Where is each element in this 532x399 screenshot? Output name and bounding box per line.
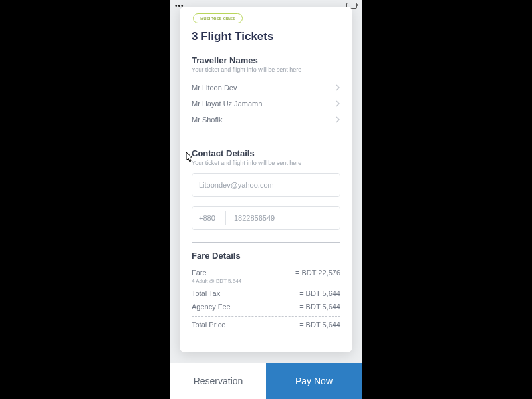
- chevron-right-icon: [335, 116, 340, 123]
- fare-value: = BDT 5,644: [299, 303, 340, 311]
- ticket-card: Business class 3 Flight Tickets Travelle…: [180, 7, 352, 352]
- phone-frame: ••• Business class 3 Flight Tickets Trav…: [170, 0, 362, 399]
- fare-value: = BDT 5,644: [299, 289, 340, 297]
- bottom-bar: Reservation Pay Now: [170, 363, 362, 399]
- fare-label: Total Tax: [192, 289, 220, 297]
- dashed-divider: [192, 316, 340, 317]
- reservation-button[interactable]: Reservation: [170, 363, 266, 399]
- contact-heading: Contact Details: [192, 148, 340, 158]
- total-row: Total Price = BDT 5,644: [192, 321, 340, 329]
- traveller-heading: Traveller Names: [192, 55, 340, 65]
- total-value: = BDT 5,644: [299, 321, 340, 329]
- email-value: Litoondev@yahoo.com: [199, 181, 274, 189]
- fare-heading: Fare Details: [192, 251, 340, 261]
- phone-number: 1822856549: [234, 214, 275, 222]
- total-label: Total Price: [192, 321, 225, 329]
- fare-value: = BDT 22,576: [295, 269, 340, 277]
- fare-label: Fare: [192, 269, 207, 277]
- chevron-right-icon: [335, 84, 340, 91]
- class-badge: Business class: [193, 13, 243, 23]
- traveller-hint: Your ticket and flight info will be sent…: [192, 66, 340, 73]
- fare-label: Agency Fee: [192, 303, 231, 311]
- fare-sub: 4 Adult @ BDT 5,644: [192, 278, 340, 284]
- traveller-name: Mr Shofik: [192, 116, 222, 124]
- divider: [192, 140, 340, 140]
- fare-row: Fare = BDT 22,576: [192, 269, 340, 277]
- pay-now-button[interactable]: Pay Now: [266, 363, 362, 399]
- traveller-row[interactable]: Mr Shofik: [192, 112, 340, 128]
- dial-code: +880: [199, 211, 226, 225]
- email-field[interactable]: Litoondev@yahoo.com: [192, 173, 340, 197]
- divider: [192, 242, 340, 243]
- traveller-name: Mr Hayat Uz Jamamn: [192, 100, 262, 108]
- traveller-name: Mr Litoon Dev: [192, 84, 237, 92]
- chevron-right-icon: [335, 100, 340, 107]
- contact-hint: Your ticket and flight info will be sent…: [192, 160, 340, 166]
- fare-row: Total Tax = BDT 5,644: [192, 289, 340, 297]
- phone-field[interactable]: +880 1822856549: [192, 206, 340, 230]
- page-title: 3 Flight Tickets: [192, 30, 340, 43]
- fare-row: Agency Fee = BDT 5,644: [192, 303, 340, 311]
- traveller-row[interactable]: Mr Litoon Dev: [192, 80, 340, 96]
- traveller-row[interactable]: Mr Hayat Uz Jamamn: [192, 96, 340, 112]
